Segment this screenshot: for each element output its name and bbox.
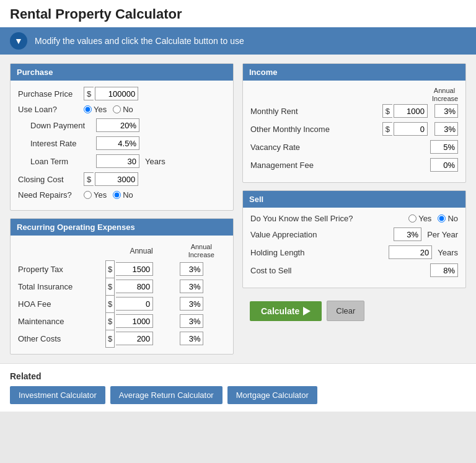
recurring-row-pct-cell	[177, 260, 226, 278]
use-loan-no-radio[interactable]	[113, 105, 121, 113]
recurring-value-input[interactable]	[116, 332, 153, 345]
income-annual-increase-header: AnnualIncrease	[432, 87, 457, 103]
info-banner: ▼ Modify the values and click the Calcul…	[0, 27, 476, 55]
play-icon	[303, 307, 311, 315]
recurring-row-dollar: $	[106, 312, 115, 330]
recurring-row: HOA Fee $	[18, 295, 226, 312]
loan-term-input[interactable]	[96, 154, 139, 168]
income-header: Income	[243, 64, 465, 81]
recurring-row: Total Insurance $	[18, 278, 226, 295]
sell-yes-label[interactable]: Yes	[408, 214, 431, 223]
need-repairs-yes-radio[interactable]	[84, 191, 92, 199]
recurring-body: Annual AnnualIncrease Property Tax $	[11, 236, 233, 354]
closing-cost-input-wrap: $	[84, 172, 138, 186]
holding-length-input[interactable]	[389, 245, 432, 259]
recurring-value-input[interactable]	[116, 314, 153, 328]
recurring-value-input[interactable]	[116, 280, 153, 293]
purchase-header: Purchase	[11, 64, 233, 81]
purchase-price-dollar: $	[84, 87, 94, 100]
recurring-pct-input[interactable]	[180, 297, 203, 311]
recurring-row: Other Costs $	[18, 330, 226, 347]
recurring-row: Property Tax $	[18, 260, 226, 278]
related-btn[interactable]: Mortgage Calculator	[227, 386, 317, 404]
know-sell-price-radio-group: Yes No	[408, 214, 458, 223]
right-panel: Income AnnualIncrease Monthly Rent $ Oth…	[242, 63, 466, 355]
closing-cost-input[interactable]	[95, 172, 138, 186]
main-content: Purchase Purchase Price $ Use Loan?	[0, 55, 476, 363]
recurring-row-value-cell	[115, 295, 177, 312]
recurring-pct-input[interactable]	[180, 262, 203, 276]
recurring-pct-input[interactable]	[180, 280, 203, 293]
need-repairs-yes-label[interactable]: Yes	[84, 190, 107, 200]
management-fee-label: Management Fee	[250, 161, 426, 170]
need-repairs-row: Need Repairs? Yes No	[18, 190, 226, 200]
recurring-label-col-header	[18, 242, 106, 260]
recurring-row-label: Maintenance	[18, 312, 106, 330]
recurring-row-dollar: $	[106, 260, 115, 278]
loan-term-years: Years	[145, 157, 165, 166]
sell-header: Sell	[243, 191, 465, 208]
page-title: Rental Property Calculator	[0, 0, 476, 27]
sell-section: Sell Do You Know the Sell Price? Yes No	[242, 190, 466, 288]
related-title: Related	[10, 371, 466, 381]
recurring-pct-input[interactable]	[180, 314, 203, 328]
use-loan-radio-group: Yes No	[84, 105, 133, 114]
value-appreciation-row: Value Appreciation Per Year	[250, 227, 458, 241]
related-btn[interactable]: Average Return Calculator	[110, 386, 223, 404]
purchase-price-row: Purchase Price $	[18, 87, 226, 100]
need-repairs-label: Need Repairs?	[18, 190, 80, 200]
related-btn[interactable]: Investment Calculator	[10, 386, 105, 404]
down-payment-row: Down Payment	[18, 118, 226, 132]
income-value-input[interactable]	[394, 122, 428, 136]
recurring-row-pct-cell	[177, 312, 226, 330]
need-repairs-no-label[interactable]: No	[113, 190, 133, 200]
need-repairs-no-radio[interactable]	[113, 191, 121, 199]
calculate-button[interactable]: Calculate	[250, 301, 322, 321]
use-loan-row: Use Loan? Yes No	[18, 105, 226, 114]
income-row-label: Monthly Rent	[250, 107, 379, 116]
recurring-row-value-cell	[115, 330, 177, 347]
know-sell-price-label: Do You Know the Sell Price?	[250, 214, 405, 223]
recurring-value-input[interactable]	[116, 297, 153, 311]
recurring-row: Maintenance $	[18, 312, 226, 330]
interest-rate-row: Interest Rate	[18, 136, 226, 150]
banner-arrow-icon: ▼	[10, 32, 27, 50]
sell-yes-radio[interactable]	[408, 214, 416, 223]
down-payment-label: Down Payment	[30, 121, 92, 130]
purchase-body: Purchase Price $ Use Loan? Yes	[11, 81, 233, 210]
income-value-input[interactable]	[394, 104, 428, 118]
income-pct-input[interactable]	[434, 104, 458, 118]
income-rows: Monthly Rent $ Other Monthly Income $	[250, 104, 458, 136]
sell-no-radio[interactable]	[438, 214, 446, 223]
value-appreciation-input[interactable]	[394, 227, 421, 241]
closing-cost-row: Closing Cost $	[18, 172, 226, 186]
cost-to-sell-input[interactable]	[430, 263, 458, 277]
recurring-rows: Property Tax $ Total Insurance $ HOA Fee…	[18, 260, 226, 347]
clear-button[interactable]: Clear	[327, 301, 364, 321]
down-payment-input[interactable]	[96, 118, 139, 132]
management-fee-input[interactable]	[430, 158, 458, 172]
recurring-section: Recurring Operating Expenses Annual Annu…	[10, 218, 234, 355]
vacancy-rate-label: Vacancy Rate	[250, 143, 426, 152]
recurring-annual-col-header: Annual	[106, 242, 177, 260]
related-buttons: Investment CalculatorAverage Return Calc…	[10, 386, 466, 404]
recurring-row-pct-cell	[177, 278, 226, 295]
management-fee-row: Management Fee	[250, 158, 458, 172]
use-loan-yes-radio[interactable]	[84, 105, 92, 113]
closing-cost-label: Closing Cost	[18, 175, 80, 184]
holding-length-years: Years	[438, 248, 458, 257]
vacancy-rate-input[interactable]	[430, 140, 458, 154]
use-loan-no-label[interactable]: No	[113, 105, 133, 114]
recurring-value-input[interactable]	[116, 262, 153, 276]
recurring-annual-increase-col-header: AnnualIncrease	[177, 242, 226, 260]
use-loan-yes-label[interactable]: Yes	[84, 105, 107, 114]
interest-rate-input[interactable]	[96, 136, 139, 150]
recurring-pct-input[interactable]	[180, 332, 203, 345]
recurring-row-value-cell	[115, 312, 177, 330]
income-body: AnnualIncrease Monthly Rent $ Other Mont…	[243, 81, 465, 182]
purchase-price-input[interactable]	[95, 87, 138, 100]
action-buttons: Calculate Clear	[242, 296, 466, 326]
income-pct-input[interactable]	[434, 122, 458, 136]
use-loan-label: Use Loan?	[18, 105, 80, 114]
sell-no-label[interactable]: No	[438, 214, 458, 223]
